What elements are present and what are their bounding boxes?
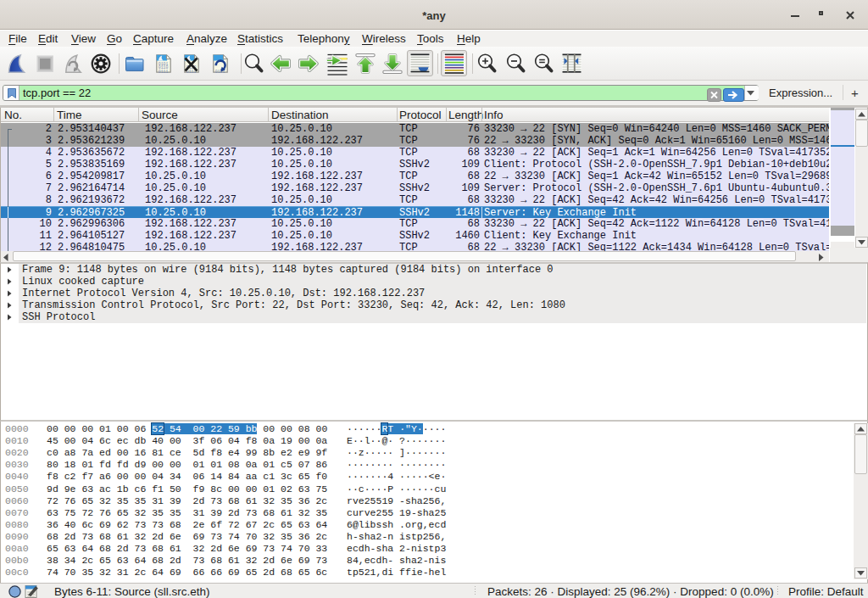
svg-text:0111: 0111 [159, 70, 169, 74]
